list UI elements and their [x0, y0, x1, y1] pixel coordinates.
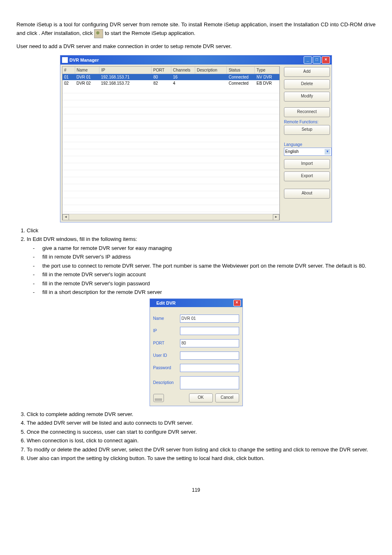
dvr-manager-window: DVR Manager _ □ × # Name IP PORT Channel… [60, 55, 332, 222]
intro-text-b: . After installation, click [39, 30, 94, 36]
name-label: Name [153, 316, 180, 321]
language-label: Language [284, 142, 329, 147]
scroll-left-icon[interactable]: ◄ [62, 214, 69, 220]
step-2-ip: fill in remote DVR server's IP address [33, 253, 376, 261]
reconnect-button[interactable]: Reconnect [284, 107, 330, 117]
cancel-button[interactable]: Cancel [215, 393, 239, 402]
ip-input[interactable] [180, 327, 239, 335]
ok-button[interactable]: OK [189, 393, 213, 402]
col-port[interactable]: PORT [152, 67, 171, 74]
step-2-port: the port use to connect to remote DVR se… [33, 262, 376, 270]
scroll-right-icon[interactable]: ► [273, 214, 279, 220]
maximize-button[interactable]: □ [313, 56, 321, 64]
password-input[interactable] [180, 364, 239, 372]
side-panel: Add Delete Modify Reconnect Remote Funct… [281, 65, 332, 222]
ip-label: IP [153, 328, 180, 333]
col-name[interactable]: Name [75, 67, 100, 74]
userid-input[interactable] [180, 352, 239, 360]
import-button[interactable]: Import [284, 159, 330, 169]
password-label: Password [153, 365, 180, 370]
step-8: User also can import the setting by clic… [27, 454, 376, 462]
chevron-down-icon: ▼ [325, 149, 330, 155]
intro-text-c: to start the Remote iSetup application. [105, 30, 195, 36]
app-icon [62, 57, 68, 63]
description-label: Description [153, 380, 180, 385]
step-2: In Edit DVR windows, fill in the followi… [27, 235, 376, 296]
modify-button[interactable]: Modify [284, 92, 330, 102]
step-2-password: fill in the remote DVR server's login pa… [33, 280, 376, 288]
col-status[interactable]: Status [227, 67, 255, 74]
table-row[interactable]: 01 DVR 01 192.168.153.71 80 16 Connected… [62, 74, 279, 80]
port-input[interactable]: 80 [180, 339, 239, 347]
port-label: PORT [153, 341, 180, 345]
minimize-button[interactable]: _ [304, 56, 312, 64]
export-button[interactable]: Export [284, 171, 330, 181]
table-header: # Name IP PORT Channels Description Stat… [62, 67, 279, 74]
step-4: The added DVR server will be listed and … [27, 419, 376, 427]
remote-functions-label: Remote Functions: [284, 120, 329, 124]
step-7: To modify or delete the added DVR server… [27, 446, 376, 454]
dialog-icon [152, 301, 157, 305]
name-input[interactable]: DVR 01 [180, 314, 239, 323]
dvr-table[interactable]: # Name IP PORT Channels Description Stat… [62, 66, 280, 220]
step-1: Click [27, 227, 376, 235]
page-number: 119 [16, 487, 376, 493]
userid-label: User ID [153, 353, 180, 358]
step-2-description: fill in a short description for the remo… [33, 288, 376, 296]
about-button[interactable]: About [284, 189, 330, 199]
step-6: When connection is lost, click to connec… [27, 437, 376, 445]
dialog-titlebar: Edit DVR × [150, 299, 242, 307]
step-3: Click to complete adding remote DVR serv… [27, 410, 376, 419]
close-button[interactable]: × [322, 56, 330, 64]
dialog-title: Edit DVR [157, 301, 176, 305]
table-row[interactable]: 02 DVR 02 192.168.153.72 82 4 Connected … [62, 80, 279, 86]
col-type[interactable]: Type [255, 67, 279, 74]
intro-p2: User need to add a DVR server and make c… [16, 42, 376, 51]
col-description[interactable]: Description [195, 67, 227, 74]
keyboard-icon[interactable] [153, 394, 164, 402]
titlebar: DVR Manager _ □ × [60, 56, 332, 65]
language-select[interactable]: English ▼ [284, 148, 332, 156]
col-num[interactable]: # [62, 67, 75, 74]
delete-button[interactable]: Delete [284, 79, 330, 89]
horizontal-scrollbar[interactable]: ◄ ► [62, 214, 279, 220]
description-input[interactable] [180, 376, 239, 389]
language-value: English [285, 149, 299, 154]
setup-button[interactable]: Setup [284, 125, 330, 135]
step-2-user: fill in the remote DVR server's login ac… [33, 271, 376, 279]
dialog-close-button[interactable]: × [233, 300, 241, 306]
add-button[interactable]: Add [284, 67, 330, 77]
isetup-icon [94, 29, 103, 38]
col-ip[interactable]: IP [99, 67, 151, 74]
col-channels[interactable]: Channels [171, 67, 195, 74]
step-2-name: give a name for remote DVR server for ea… [33, 244, 376, 252]
edit-dvr-dialog: Edit DVR × Name DVR 01 IP PORT 80 User I… [150, 298, 243, 406]
window-title: DVR Manager [69, 58, 99, 62]
step-5: Once the connecting is success, user can… [27, 428, 376, 436]
